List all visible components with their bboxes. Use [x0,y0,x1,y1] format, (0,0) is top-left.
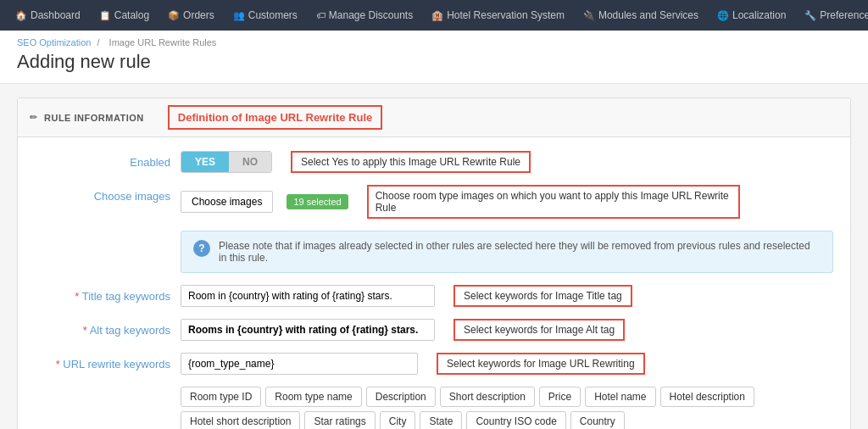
tag-chips-container: Room type IDRoom type nameDescriptionSho… [181,387,833,429]
catalog-icon: 📋 [99,10,111,21]
localization-icon: 🌐 [717,10,729,21]
nav-modules[interactable]: 🔌 Modules and Services [575,6,707,25]
tag-chip[interactable]: Hotel short description [181,411,300,429]
tag-chip[interactable]: State [420,411,462,429]
dashboard-icon: 🏠 [15,10,27,21]
top-nav: 🏠 Dashboard 📋 Catalog 📦 Orders 👥 Custome… [0,0,868,31]
alt-tag-label: Alt tag keywords [35,319,170,337]
nav-catalog[interactable]: 📋 Catalog [91,6,158,25]
tag-chip[interactable]: Hotel description [660,387,754,407]
breadcrumb-parent[interactable]: SEO Optimization [17,37,91,47]
url-rewrite-label: URL rewrite keywords [35,353,170,370]
orders-icon: 📦 [168,10,180,21]
alt-tag-input[interactable] [181,319,435,341]
nav-customers[interactable]: 👥 Customers [225,6,306,25]
tag-chip[interactable]: Hotel name [585,387,655,407]
url-rewrite-control: Select keywords for Image URL Rewriting [181,353,645,375]
info-icon: ? [193,240,210,257]
tag-chip[interactable]: Room type ID [181,387,261,407]
nav-manage-discounts[interactable]: 🏷 Manage Discounts [308,6,421,25]
title-tag-label: Title tag keywords [35,285,170,303]
yes-button[interactable]: YES [181,152,229,172]
enabled-row: Enabled YES NO Select Yes to apply this … [35,151,833,173]
tag-chip[interactable]: Star ratings [304,411,375,429]
choose-images-annotation: Choose room type images on which you wan… [367,185,740,219]
enabled-control: YES NO Select Yes to apply this Image UR… [181,151,531,173]
alt-tag-annotation: Select keywords for Image Alt tag [453,319,625,341]
main-content: ✏ RULE INFORMATION Definition of Image U… [0,84,868,429]
url-rewrite-row: URL rewrite keywords Select keywords for… [35,353,833,375]
discounts-icon: 🏷 [316,10,326,20]
page-title: Adding new rule [17,47,851,80]
modules-icon: 🔌 [583,10,595,21]
title-tag-row: Title tag keywords Select keywords for I… [35,285,833,307]
title-tag-annotation: Select keywords for Image Title tag [453,285,632,307]
rule-information-card: ✏ RULE INFORMATION Definition of Image U… [17,98,851,429]
title-tag-control: Select keywords for Image Title tag [181,285,632,307]
preferences-icon: 🔧 [804,10,816,21]
choose-images-label: Choose images [35,185,170,203]
breadcrumb-current: Image URL Rewrite Rules [109,37,217,47]
nav-hotel-reservation[interactable]: 🏨 Hotel Reservation System [423,6,573,25]
tag-chip[interactable]: Country [570,411,625,429]
pencil-icon: ✏ [30,112,37,123]
tag-chip[interactable]: Country ISO code [466,411,565,429]
toggle-group: YES NO [181,151,272,173]
nav-preferences[interactable]: 🔧 Preferences [796,6,868,25]
no-button[interactable]: NO [229,152,271,172]
tag-chip[interactable]: Price [539,387,581,407]
url-rewrite-annotation: Select keywords for Image URL Rewriting [437,353,645,375]
alt-tag-row: Alt tag keywords Select keywords for Ima… [35,319,833,341]
title-tag-input[interactable] [181,285,435,307]
choose-images-control: Choose images 19 selected Choose room ty… [181,185,740,219]
url-rewrite-input[interactable] [181,353,418,375]
tag-chip[interactable]: Description [366,387,436,407]
select-yes-annotation: Select Yes to apply this Image URL Rewri… [291,151,531,173]
alt-tag-control: Select keywords for Image Alt tag [181,319,625,341]
enabled-label: Enabled [35,151,170,169]
definition-box: Definition of Image URL Rewrite Rule [168,105,382,130]
breadcrumb-separator: / [97,37,99,47]
info-box: ? Please note that if images already sel… [181,231,833,273]
choose-images-button[interactable]: Choose images [181,191,273,213]
choose-images-row: Choose images Choose images 19 selected … [35,185,833,219]
card-header-title: RULE INFORMATION [44,113,144,123]
selected-badge: 19 selected [287,194,348,209]
nav-orders[interactable]: 📦 Orders [159,6,223,25]
nav-dashboard[interactable]: 🏠 Dashboard [7,6,89,25]
info-text: Please note that if images already selec… [219,240,821,264]
nav-localization[interactable]: 🌐 Localization [709,6,794,25]
form-body: Enabled YES NO Select Yes to apply this … [18,137,850,429]
hotel-icon: 🏨 [431,10,443,21]
breadcrumb: SEO Optimization / Image URL Rewrite Rul… [17,37,851,47]
tag-chip[interactable]: City [380,411,416,429]
tag-chip[interactable]: Short description [440,387,535,407]
customers-icon: 👥 [233,10,245,21]
tag-chip[interactable]: Room type name [265,387,361,407]
breadcrumb-area: SEO Optimization / Image URL Rewrite Rul… [0,31,868,84]
card-header: ✏ RULE INFORMATION Definition of Image U… [18,98,850,137]
